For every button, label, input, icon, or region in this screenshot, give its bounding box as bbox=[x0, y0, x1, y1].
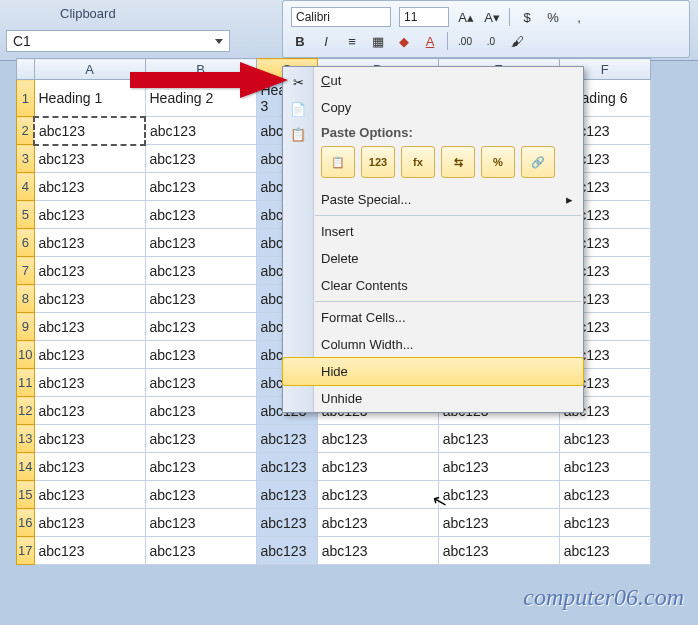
data-cell[interactable]: abc123 bbox=[34, 145, 145, 173]
borders-button[interactable]: ▦ bbox=[369, 32, 387, 50]
data-cell[interactable]: abc123 bbox=[256, 425, 317, 453]
font-color-button[interactable]: A bbox=[421, 32, 439, 50]
data-cell[interactable]: abc123 bbox=[145, 117, 256, 145]
data-cell[interactable]: abc123 bbox=[438, 537, 559, 565]
row-header[interactable]: 2 bbox=[17, 117, 35, 145]
data-cell[interactable]: abc123 bbox=[34, 397, 145, 425]
row-header[interactable]: 10 bbox=[17, 341, 35, 369]
format-painter-button[interactable]: 🖌 bbox=[508, 32, 526, 50]
row-header[interactable]: 4 bbox=[17, 173, 35, 201]
data-cell[interactable]: abc123 bbox=[34, 173, 145, 201]
data-cell[interactable]: abc123 bbox=[317, 453, 438, 481]
data-cell[interactable]: abc123 bbox=[317, 425, 438, 453]
row-header[interactable]: 6 bbox=[17, 229, 35, 257]
align-center-button[interactable]: ≡ bbox=[343, 32, 361, 50]
accounting-format-button[interactable]: $ bbox=[518, 8, 536, 26]
font-size-combo[interactable]: 11 bbox=[399, 7, 449, 27]
data-cell[interactable]: abc123 bbox=[317, 481, 438, 509]
data-cell[interactable]: abc123 bbox=[256, 509, 317, 537]
paste-option-button[interactable]: 📋 bbox=[321, 146, 355, 178]
decrease-decimal-button[interactable]: .0 bbox=[482, 32, 500, 50]
data-cell[interactable]: abc123 bbox=[34, 425, 145, 453]
data-cell[interactable]: abc123 bbox=[145, 453, 256, 481]
row-header[interactable]: 15 bbox=[17, 481, 35, 509]
data-cell[interactable]: abc123 bbox=[34, 341, 145, 369]
menu-item-unhide[interactable]: Unhide bbox=[283, 385, 583, 412]
data-cell[interactable]: abc123 bbox=[559, 509, 650, 537]
row-header[interactable]: 17 bbox=[17, 537, 35, 565]
row-header[interactable]: 8 bbox=[17, 285, 35, 313]
data-cell[interactable]: abc123 bbox=[438, 481, 559, 509]
comma-format-button[interactable]: , bbox=[570, 8, 588, 26]
row-header[interactable]: 14 bbox=[17, 453, 35, 481]
data-cell[interactable]: abc123 bbox=[145, 229, 256, 257]
data-cell[interactable]: abc123 bbox=[438, 453, 559, 481]
data-cell[interactable]: abc123 bbox=[34, 229, 145, 257]
row-header[interactable]: 13 bbox=[17, 425, 35, 453]
row-header[interactable]: 9 bbox=[17, 313, 35, 341]
data-cell[interactable]: abc123 bbox=[34, 369, 145, 397]
row-header[interactable]: 11 bbox=[17, 369, 35, 397]
menu-item-hide[interactable]: Hide bbox=[282, 357, 584, 386]
data-cell[interactable]: abc123 bbox=[145, 537, 256, 565]
data-cell[interactable]: abc123 bbox=[438, 509, 559, 537]
data-cell[interactable]: abc123 bbox=[145, 173, 256, 201]
data-cell[interactable]: abc123 bbox=[145, 313, 256, 341]
menu-item-clear-contents[interactable]: Clear Contents bbox=[283, 272, 583, 299]
name-box[interactable]: C1 bbox=[6, 30, 230, 52]
increase-decimal-button[interactable]: .00 bbox=[456, 32, 474, 50]
data-cell[interactable]: abc123 bbox=[145, 285, 256, 313]
header-cell[interactable]: Heading 1 bbox=[34, 80, 145, 117]
data-cell[interactable]: abc123 bbox=[438, 425, 559, 453]
data-cell[interactable]: abc123 bbox=[34, 453, 145, 481]
data-cell[interactable]: abc123 bbox=[317, 509, 438, 537]
data-cell[interactable]: abc123 bbox=[34, 481, 145, 509]
data-cell[interactable]: abc123 bbox=[34, 509, 145, 537]
data-cell[interactable]: abc123 bbox=[145, 425, 256, 453]
data-cell[interactable]: abc123 bbox=[145, 369, 256, 397]
data-cell[interactable]: abc123 bbox=[145, 509, 256, 537]
data-cell[interactable]: abc123 bbox=[34, 285, 145, 313]
menu-item-format-cells[interactable]: Format Cells... bbox=[283, 304, 583, 331]
paste-option-button[interactable]: ⇆ bbox=[441, 146, 475, 178]
data-cell[interactable]: abc123 bbox=[256, 537, 317, 565]
data-cell[interactable]: abc123 bbox=[559, 537, 650, 565]
data-cell[interactable]: abc123 bbox=[256, 453, 317, 481]
menu-item-delete[interactable]: Delete bbox=[283, 245, 583, 272]
data-cell[interactable]: abc123 bbox=[559, 481, 650, 509]
paste-option-button[interactable]: fx bbox=[401, 146, 435, 178]
data-cell[interactable]: abc123 bbox=[256, 481, 317, 509]
grow-font-button[interactable]: A▴ bbox=[457, 8, 475, 26]
data-cell[interactable]: abc123 bbox=[34, 313, 145, 341]
paste-option-button[interactable]: 123 bbox=[361, 146, 395, 178]
data-cell[interactable]: abc123 bbox=[34, 117, 145, 145]
row-header[interactable]: 1 bbox=[17, 80, 35, 117]
paste-option-button[interactable]: 🔗 bbox=[521, 146, 555, 178]
select-all-corner[interactable] bbox=[17, 59, 35, 80]
percent-format-button[interactable]: % bbox=[544, 8, 562, 26]
row-header[interactable]: 7 bbox=[17, 257, 35, 285]
data-cell[interactable]: abc123 bbox=[145, 397, 256, 425]
font-name-combo[interactable]: Calibri bbox=[291, 7, 391, 27]
data-cell[interactable]: abc123 bbox=[145, 145, 256, 173]
menu-item-cut[interactable]: ✂ Cut bbox=[283, 67, 583, 94]
data-cell[interactable]: abc123 bbox=[34, 537, 145, 565]
data-cell[interactable]: abc123 bbox=[145, 257, 256, 285]
column-header-A[interactable]: A bbox=[34, 59, 145, 80]
fill-color-button[interactable]: ◆ bbox=[395, 32, 413, 50]
menu-item-paste-special[interactable]: Paste Special... ▸ bbox=[283, 186, 583, 213]
data-cell[interactable]: abc123 bbox=[317, 537, 438, 565]
data-cell[interactable]: abc123 bbox=[559, 453, 650, 481]
bold-button[interactable]: B bbox=[291, 32, 309, 50]
paste-option-button[interactable]: % bbox=[481, 146, 515, 178]
menu-item-insert[interactable]: Insert bbox=[283, 218, 583, 245]
data-cell[interactable]: abc123 bbox=[34, 257, 145, 285]
row-header[interactable]: 12 bbox=[17, 397, 35, 425]
row-header[interactable]: 3 bbox=[17, 145, 35, 173]
data-cell[interactable]: abc123 bbox=[145, 481, 256, 509]
italic-button[interactable]: I bbox=[317, 32, 335, 50]
data-cell[interactable]: abc123 bbox=[145, 341, 256, 369]
data-cell[interactable]: abc123 bbox=[559, 425, 650, 453]
menu-item-column-width[interactable]: Column Width... bbox=[283, 331, 583, 358]
row-header[interactable]: 5 bbox=[17, 201, 35, 229]
